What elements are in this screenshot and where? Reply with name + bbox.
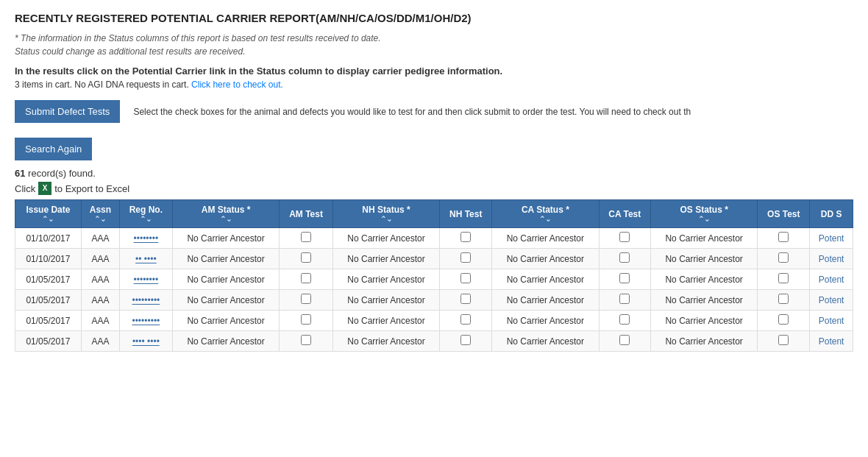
am-test-checkbox[interactable]: [301, 252, 311, 263]
col-am-status[interactable]: AM Status *⌃⌄: [172, 200, 280, 228]
cell-ca-status: No Carrier Ancestor: [492, 331, 600, 352]
cell-ca-test[interactable]: [599, 249, 650, 269]
nh-test-checkbox[interactable]: [460, 335, 471, 345]
cell-dd-status[interactable]: Potent: [810, 290, 853, 311]
cell-os-test[interactable]: [758, 331, 810, 352]
col-ca-status[interactable]: CA Status *⌃⌄: [492, 200, 600, 228]
col-issue-date[interactable]: Issue Date⌃⌄: [15, 200, 82, 228]
ca-test-checkbox[interactable]: [619, 273, 630, 283]
ca-test-checkbox[interactable]: [619, 335, 630, 345]
dd-potent-link[interactable]: Potent: [819, 316, 844, 326]
cell-os-test[interactable]: [758, 311, 810, 331]
bold-note: In the results click on the Potential Ca…: [15, 65, 853, 77]
page-title: RECENTLY REGISTERED POTENTIAL CARRIER RE…: [15, 12, 853, 24]
os-test-checkbox[interactable]: [778, 294, 789, 304]
cell-dd-status[interactable]: Potent: [810, 311, 853, 331]
am-test-checkbox[interactable]: [301, 335, 311, 345]
am-test-checkbox[interactable]: [301, 294, 311, 304]
cell-nh-test[interactable]: [440, 290, 492, 311]
cell-reg-no[interactable]: ••••••••: [119, 228, 172, 249]
cell-os-test[interactable]: [758, 228, 810, 249]
col-nh-status[interactable]: NH Status *⌃⌄: [332, 200, 440, 228]
cell-ca-test[interactable]: [599, 269, 650, 290]
excel-icon[interactable]: X: [38, 182, 51, 195]
cell-nh-test[interactable]: [440, 269, 492, 290]
os-test-checkbox[interactable]: [778, 273, 789, 283]
ca-test-checkbox[interactable]: [619, 314, 630, 325]
ca-test-checkbox[interactable]: [619, 252, 630, 263]
dd-potent-link[interactable]: Potent: [819, 295, 844, 305]
nh-test-checkbox[interactable]: [460, 232, 471, 242]
cell-reg-no[interactable]: ••••••••: [119, 269, 172, 290]
col-os-status[interactable]: OS Status *⌃⌄: [650, 200, 758, 228]
cell-ca-test[interactable]: [599, 331, 650, 352]
reg-no-link[interactable]: ••••••••: [134, 274, 159, 285]
cell-am-test[interactable]: [280, 290, 332, 311]
cell-reg-no[interactable]: •••• ••••: [119, 331, 172, 352]
cell-am-test[interactable]: [280, 228, 332, 249]
cell-os-test[interactable]: [758, 249, 810, 269]
checkout-link[interactable]: Click here to check out.: [191, 79, 283, 90]
submit-defect-tests-button[interactable]: Submit Defect Tests: [15, 100, 120, 123]
cell-reg-no[interactable]: •••••••••: [119, 311, 172, 331]
os-test-checkbox[interactable]: [778, 335, 789, 345]
reg-no-link[interactable]: ••••••••: [134, 233, 159, 244]
export-suffix: to Export to Excel: [54, 183, 129, 194]
dd-potent-link[interactable]: Potent: [819, 274, 844, 285]
am-test-checkbox[interactable]: [301, 232, 311, 242]
os-test-checkbox[interactable]: [778, 314, 789, 325]
nh-test-checkbox[interactable]: [460, 252, 471, 263]
cell-os-test[interactable]: [758, 290, 810, 311]
cell-assn: AAA: [81, 311, 119, 331]
records-info: 61 record(s) found.: [15, 168, 853, 179]
cell-dd-status[interactable]: Potent: [810, 331, 853, 352]
cell-reg-no[interactable]: •••••••••: [119, 290, 172, 311]
dd-potent-link[interactable]: Potent: [819, 233, 844, 244]
reg-no-link[interactable]: •••••••••: [132, 316, 160, 326]
cell-am-status: No Carrier Ancestor: [172, 249, 280, 269]
cell-nh-test[interactable]: [440, 331, 492, 352]
search-again-button[interactable]: Search Again: [15, 138, 92, 160]
cell-nh-test[interactable]: [440, 249, 492, 269]
records-count: 61: [15, 168, 25, 179]
col-reg-no[interactable]: Reg No.⌃⌄: [119, 200, 172, 228]
cell-ca-test[interactable]: [599, 290, 650, 311]
col-nh-test: NH Test: [440, 200, 492, 228]
cell-am-test[interactable]: [280, 269, 332, 290]
action-message: Select the check boxes for the animal an…: [133, 107, 691, 117]
am-test-checkbox[interactable]: [301, 273, 311, 283]
col-dd-status: DD S: [810, 200, 853, 228]
nh-test-checkbox[interactable]: [460, 314, 471, 325]
cell-am-test[interactable]: [280, 331, 332, 352]
ca-test-checkbox[interactable]: [619, 232, 630, 242]
nh-test-checkbox[interactable]: [460, 294, 471, 304]
reg-no-link[interactable]: •• ••••: [135, 254, 157, 264]
action-bar: Submit Defect Tests Select the check box…: [15, 100, 853, 123]
cell-dd-status[interactable]: Potent: [810, 269, 853, 290]
nh-test-checkbox[interactable]: [460, 273, 471, 283]
dd-potent-link[interactable]: Potent: [819, 336, 844, 347]
reg-no-link[interactable]: •••••••••: [132, 295, 160, 305]
cell-ca-test[interactable]: [599, 311, 650, 331]
cell-ca-status: No Carrier Ancestor: [492, 269, 600, 290]
reg-no-link[interactable]: •••• ••••: [132, 336, 160, 347]
col-assn[interactable]: Assn⌃⌄: [81, 200, 119, 228]
cell-ca-status: No Carrier Ancestor: [492, 228, 600, 249]
ca-test-checkbox[interactable]: [619, 294, 630, 304]
cell-dd-status[interactable]: Potent: [810, 228, 853, 249]
cell-reg-no[interactable]: •• ••••: [119, 249, 172, 269]
cell-nh-test[interactable]: [440, 228, 492, 249]
dd-potent-link[interactable]: Potent: [819, 254, 844, 264]
cell-nh-test[interactable]: [440, 311, 492, 331]
cell-os-test[interactable]: [758, 269, 810, 290]
cell-am-test[interactable]: [280, 249, 332, 269]
table-row: 01/05/2017 AAA ••••••••• No Carrier Ance…: [15, 311, 853, 331]
os-test-checkbox[interactable]: [778, 252, 789, 263]
cell-ca-test[interactable]: [599, 228, 650, 249]
am-test-checkbox[interactable]: [301, 314, 311, 325]
os-test-checkbox[interactable]: [778, 232, 789, 242]
cell-am-test[interactable]: [280, 311, 332, 331]
cell-nh-status: No Carrier Ancestor: [332, 290, 440, 311]
cell-am-status: No Carrier Ancestor: [172, 331, 280, 352]
cell-dd-status[interactable]: Potent: [810, 249, 853, 269]
